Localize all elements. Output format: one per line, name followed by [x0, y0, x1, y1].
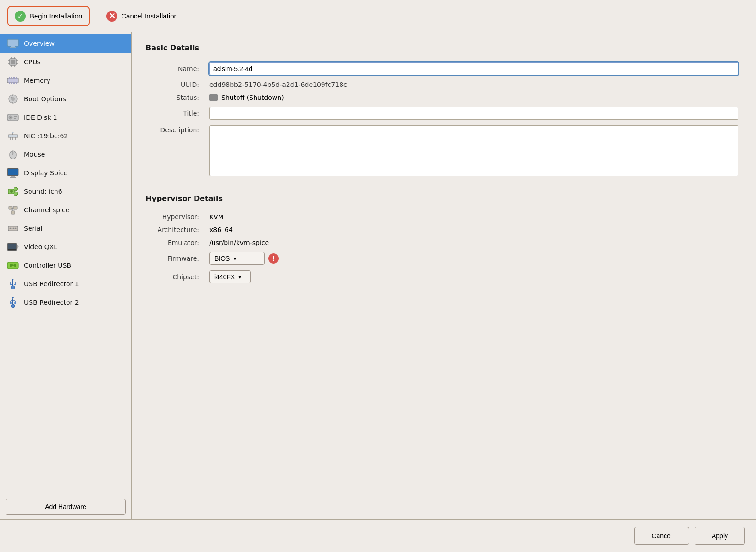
svg-rect-40 [8, 169, 18, 175]
mouse-icon [6, 149, 19, 159]
begin-installation-button[interactable]: ✓ Begin Installation [7, 6, 90, 26]
sidebar-item-channel-spice-label: Channel spice [24, 206, 69, 214]
hypervisor-row: Hypervisor: KVM [146, 210, 742, 223]
svg-rect-20 [13, 82, 15, 84]
nic-icon [6, 131, 19, 141]
svg-rect-17 [16, 77, 17, 79]
add-hardware-button[interactable]: Add Hardware [6, 499, 126, 515]
sidebar-item-usb-redirector-2-label: USB Redirector 2 [24, 299, 79, 306]
svg-rect-29 [14, 116, 17, 117]
svg-marker-71 [12, 279, 14, 281]
svg-rect-16 [13, 77, 15, 79]
footer: Cancel Apply [0, 519, 756, 552]
name-row: Name: [146, 60, 742, 78]
chipset-dropdown[interactable]: i440FX ▼ [209, 270, 251, 283]
svg-rect-49 [11, 211, 15, 214]
svg-rect-14 [9, 77, 10, 79]
name-input[interactable] [209, 62, 738, 75]
sidebar-list: Overview [0, 32, 131, 494]
firmware-dropdown[interactable]: BIOS ▼ [209, 252, 265, 265]
svg-rect-78 [14, 302, 16, 304]
sidebar-item-serial[interactable]: Serial [0, 219, 131, 238]
disk-icon [6, 112, 19, 123]
title-label: Title: [146, 104, 206, 123]
svg-point-64 [11, 286, 15, 289]
uuid-row: UUID: edd98bb2-5170-4b5d-a2d1-6de109fc71… [146, 78, 742, 91]
title-input[interactable] [209, 107, 738, 120]
status-value: Shutoff (Shutdown) [221, 94, 284, 101]
svg-marker-59 [17, 245, 19, 249]
svg-point-56 [15, 228, 17, 229]
cancel-installation-label: Cancel Installation [121, 12, 178, 20]
sidebar-item-ide-disk[interactable]: IDE Disk 1 [0, 108, 131, 127]
sidebar-item-sound-label: Sound: ich6 [24, 188, 62, 195]
svg-point-44 [10, 190, 13, 193]
svg-point-28 [10, 117, 12, 118]
cpu-icon [6, 57, 19, 67]
hypervisor-details-form: Hypervisor: KVM Architecture: x86_64 Emu… [146, 210, 742, 286]
sidebar-item-serial-label: Serial [24, 225, 43, 232]
controller-icon [6, 260, 19, 270]
svg-rect-48 [13, 206, 17, 209]
cancel-installation-button[interactable]: ✕ Cancel Installation [99, 6, 185, 26]
sidebar-item-nic[interactable]: NIC :19:bc:62 [0, 127, 131, 145]
memory-icon [6, 75, 19, 86]
sidebar-item-mouse[interactable]: Mouse [0, 145, 131, 164]
video-icon [6, 242, 19, 252]
sidebar-item-memory[interactable]: Memory [0, 71, 131, 90]
firmware-label: Firmware: [146, 249, 206, 268]
channel-icon [6, 205, 19, 215]
svg-rect-0 [7, 39, 18, 46]
sidebar-item-usb-redirector-1-label: USB Redirector 1 [24, 280, 79, 288]
sidebar-item-sound[interactable]: Sound: ich6 [0, 182, 131, 201]
main-area: Overview [0, 32, 756, 519]
svg-rect-70 [14, 284, 16, 285]
sidebar-item-boot-options-label: Boot Options [24, 95, 66, 103]
title-row: Title: [146, 104, 742, 123]
sidebar-item-overview[interactable]: Overview [0, 34, 131, 53]
firmware-row: Firmware: BIOS ▼ ! [146, 249, 742, 268]
svg-point-45 [14, 187, 18, 191]
sidebar-item-channel-spice[interactable]: Channel spice [0, 201, 131, 219]
checkmark-icon: ✓ [15, 11, 26, 22]
basic-details-section: Basic Details Name: UUID: edd98bb2-5170-… [146, 43, 742, 194]
basic-details-title: Basic Details [146, 43, 742, 52]
sidebar-item-controller-usb[interactable]: Controller USB [0, 256, 131, 275]
firmware-value: BIOS [214, 255, 230, 262]
sidebar-item-ide-disk-label: IDE Disk 1 [24, 114, 57, 121]
svg-point-23 [11, 97, 15, 101]
svg-rect-31 [8, 135, 18, 137]
sidebar-item-boot-options[interactable]: Boot Options [0, 90, 131, 108]
hypervisor-details-title: Hypervisor Details [146, 194, 742, 203]
sound-icon [6, 186, 19, 196]
svg-point-55 [13, 228, 15, 229]
svg-point-46 [14, 192, 18, 196]
sidebar-item-controller-usb-label: Controller USB [24, 262, 71, 269]
apply-button[interactable]: Apply [695, 527, 745, 545]
svg-point-54 [12, 228, 13, 229]
svg-rect-19 [11, 82, 12, 84]
sidebar-item-video-qxl[interactable]: Video QXL [0, 238, 131, 256]
cancel-button[interactable]: Cancel [634, 527, 689, 545]
name-label: Name: [146, 60, 206, 78]
sidebar-item-nic-label: NIC :19:bc:62 [24, 132, 68, 140]
emulator-label: Emulator: [146, 236, 206, 249]
chipset-label: Chipset: [146, 268, 206, 286]
sidebar-item-memory-label: Memory [24, 77, 50, 84]
description-textarea[interactable] [209, 125, 738, 176]
svg-rect-30 [14, 118, 16, 119]
emulator-row: Emulator: /usr/bin/kvm-spice [146, 236, 742, 249]
svg-rect-62 [14, 264, 16, 267]
svg-point-38 [12, 152, 14, 154]
sidebar-item-display-spice[interactable]: Display Spice [0, 164, 131, 182]
sidebar-item-cpus[interactable]: CPUs [0, 53, 131, 71]
chipset-value: i440FX [214, 273, 235, 281]
sidebar-item-usb-redirector-2[interactable]: USB Redirector 2 [0, 293, 131, 312]
svg-rect-69 [10, 284, 12, 285]
svg-point-72 [11, 304, 15, 308]
sidebar-footer: Add Hardware [0, 494, 131, 519]
sidebar-item-usb-redirector-1[interactable]: USB Redirector 1 [0, 275, 131, 293]
svg-rect-18 [9, 82, 10, 84]
svg-rect-42 [10, 177, 16, 178]
boot-icon [6, 94, 19, 104]
